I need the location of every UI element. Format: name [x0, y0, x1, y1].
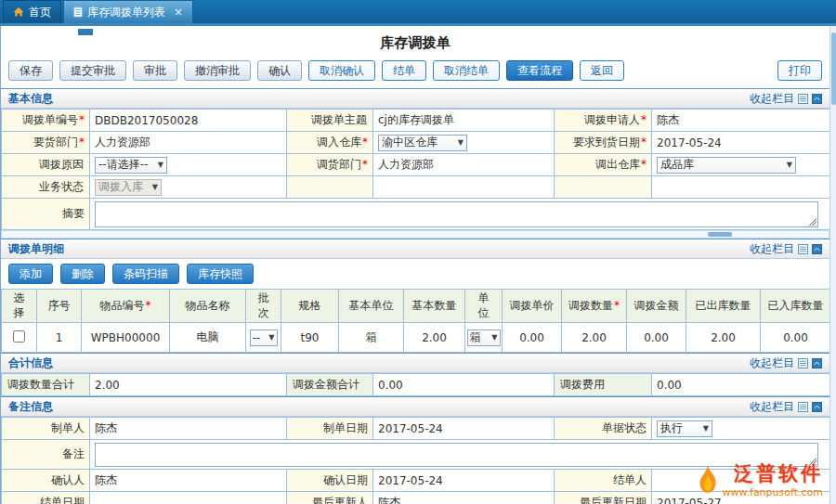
tab-transfer-list-label: 库存调拨单列表	[87, 5, 165, 20]
add-row-button[interactable]: 添加	[8, 264, 53, 284]
delete-row-button[interactable]: 删除	[60, 264, 105, 284]
fee-label: 调拨费用	[555, 374, 652, 396]
vertical-scrollbar-thumb[interactable]	[831, 32, 836, 105]
summary-textarea[interactable]	[95, 201, 818, 227]
totals-table: 调拨数量合计 2.00 调拨金额合计 0.00 调拨费用 0.00	[1, 373, 831, 396]
applicant-label: 调拨申请人	[584, 113, 640, 126]
cancel-confirm-button[interactable]: 取消确认	[308, 60, 375, 81]
col-item-name-label: 物品名称	[186, 299, 230, 312]
col-out-qty: 已出库数量	[686, 290, 761, 323]
horizontal-scrollbar[interactable]	[1, 230, 829, 239]
stock-snapshot-button[interactable]: 库存快照	[187, 264, 254, 284]
summary-label-cell: 摘要	[2, 199, 90, 230]
col-select: 选择	[2, 290, 37, 323]
brand-url[interactable]: www.fanpusoft.com	[723, 486, 823, 498]
close-date-value	[90, 492, 287, 504]
arrival-date-label-cell: 要求到货日期*	[555, 132, 652, 154]
tab-close-icon[interactable]: ×	[174, 7, 183, 17]
reason-select[interactable]: --请选择--▼	[95, 157, 167, 174]
order-no-label-cell: 调拨单编号*	[2, 110, 90, 132]
req-dept-value[interactable]: 人力资源部	[90, 132, 287, 154]
col-seq: 序号	[37, 290, 82, 323]
empty-label-cell	[555, 176, 652, 199]
biz-status-label: 业务状态	[39, 180, 84, 193]
last-updater-label: 最后更新人	[287, 492, 373, 504]
approve-button[interactable]: 审批	[133, 60, 177, 81]
chevron-down-icon: ▼	[491, 333, 497, 342]
req-dept-label-cell: 要货部门*	[2, 132, 90, 154]
totals-collapse-link[interactable]: 收起栏目	[750, 355, 822, 371]
table-row: 1 WPBH00000 电脑 --▼ t90 箱 2.00 箱▼ 0.00 2.…	[2, 323, 831, 353]
arrival-date-label: 要求到货日期	[573, 136, 640, 149]
row-qty[interactable]: 2.00	[562, 323, 627, 353]
col-batch-label: 批次	[257, 291, 269, 320]
batch-select[interactable]: --▼	[250, 330, 278, 346]
collapse-label: 收起栏目	[750, 355, 794, 371]
close-order-button[interactable]: 结单	[382, 60, 426, 81]
row-checkbox[interactable]	[13, 330, 25, 342]
detail-collapse-link[interactable]: 收起栏目	[750, 241, 822, 257]
chevron-down-icon: ▼	[152, 183, 158, 191]
required-mark: *	[146, 299, 151, 312]
col-out-qty-label: 已出库数量	[696, 299, 751, 312]
list-icon	[798, 244, 808, 254]
col-item-name: 物品名称	[170, 290, 246, 323]
arrival-date-value[interactable]: 2017-05-24	[652, 132, 831, 154]
required-mark: *	[641, 136, 647, 149]
last-update-date-label: 最后更新日期	[555, 492, 652, 504]
empty-value-cell	[373, 176, 555, 199]
horizontal-scrollbar-thumb[interactable]	[708, 232, 732, 237]
order-no-value[interactable]: DBDB2017050028	[90, 110, 287, 132]
remarks-section-title: 备注信息	[8, 399, 53, 415]
required-mark: *	[641, 113, 647, 126]
view-flow-button[interactable]: 查看流程	[506, 60, 573, 81]
confirm-button[interactable]: 确认	[257, 60, 302, 81]
required-mark: *	[614, 299, 620, 312]
creator-value: 陈杰	[90, 418, 287, 440]
revoke-approval-button[interactable]: 撤消审批	[184, 60, 251, 81]
order-no-label: 调拨单编号	[22, 113, 78, 126]
submit-approval-button[interactable]: 提交审批	[59, 60, 126, 81]
barcode-scan-button[interactable]: 条码扫描	[112, 264, 179, 284]
list-icon	[798, 358, 808, 368]
doc-status-label: 单据状态	[555, 418, 652, 440]
col-qty: 调拨数量*	[562, 290, 627, 323]
close-date-label: 结单日期	[2, 492, 90, 504]
tab-home-label: 首页	[29, 5, 51, 20]
row-item-name[interactable]: 电脑	[170, 323, 246, 353]
fee-value[interactable]: 0.00	[652, 374, 831, 396]
confirmer-value: 陈杰	[90, 470, 287, 492]
supply-dept-label: 调货部门	[317, 158, 361, 171]
row-in-qty: 0.00	[761, 323, 831, 353]
row-base-qty[interactable]: 2.00	[404, 323, 465, 353]
applicant-value[interactable]: 陈杰	[652, 110, 831, 132]
print-button[interactable]: 打印	[777, 60, 822, 81]
col-select-label: 选择	[13, 291, 25, 320]
out-warehouse-select[interactable]: 成品库▼	[657, 157, 796, 174]
summary-label: 摘要	[62, 207, 85, 220]
in-warehouse-select[interactable]: 渝中区仓库▼	[378, 135, 467, 151]
list-icon	[798, 94, 808, 104]
col-base-unit-label: 基本单位	[349, 299, 394, 312]
tab-transfer-list[interactable]: 库存调拨单列表 ×	[63, 0, 193, 23]
col-base-qty: 基本数量	[404, 290, 465, 323]
supply-dept-value[interactable]: 人力资源部	[373, 154, 555, 176]
row-price[interactable]: 0.00	[503, 323, 562, 353]
unit-select[interactable]: 箱▼	[467, 330, 501, 346]
collapse-panel-icon	[812, 244, 822, 254]
cancel-close-button[interactable]: 取消结单	[433, 60, 500, 81]
remarks-collapse-link[interactable]: 收起栏目	[750, 399, 822, 415]
collapse-panel-icon	[812, 402, 822, 412]
basic-info-title: 基本信息	[8, 91, 53, 107]
toolbar: 保存 提交审批 审批 撤消审批 确认 取消确认 结单 取消结单 查看流程 返回 …	[1, 57, 829, 88]
subject-value[interactable]: cj的库存调拨单	[373, 110, 555, 132]
required-mark: *	[79, 113, 85, 126]
doc-status-select[interactable]: 执行▼	[657, 420, 712, 437]
save-button[interactable]: 保存	[8, 60, 53, 81]
row-spec: t90	[281, 323, 339, 353]
back-button[interactable]: 返回	[580, 60, 624, 81]
vertical-scrollbar[interactable]	[829, 26, 836, 504]
tab-home[interactable]: 首页	[3, 0, 61, 23]
row-item-no[interactable]: WPBH00000	[82, 323, 170, 353]
basic-info-collapse-link[interactable]: 收起栏目	[750, 91, 822, 107]
